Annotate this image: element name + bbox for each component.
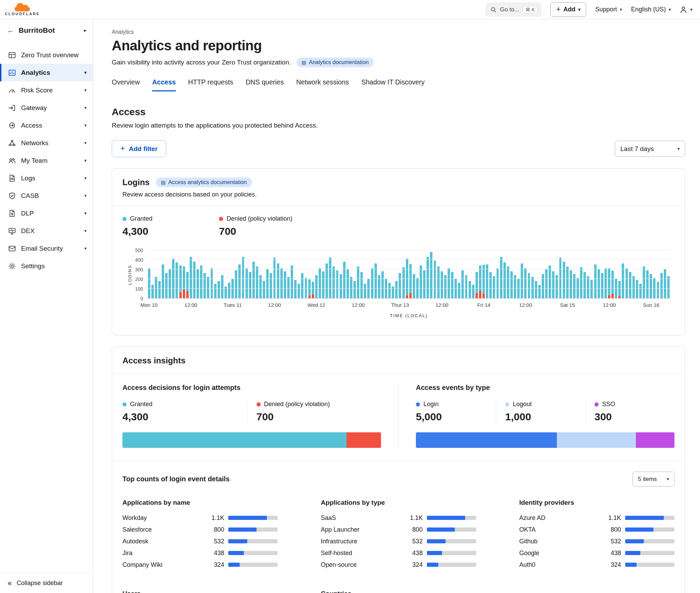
chevron-right-icon[interactable]: ▸ (84, 27, 87, 33)
sidebar-item-risk-score[interactable]: Risk Score▾ (0, 81, 93, 99)
back-arrow-icon[interactable]: ← (7, 26, 14, 35)
tab-network-sessions[interactable]: Network sessions (296, 78, 349, 91)
sidebar-item-gateway[interactable]: Gateway▾ (0, 99, 93, 117)
y-tick-label: 400 (122, 257, 143, 263)
account-switcher[interactable]: ← BurritoBot ▸ (0, 19, 93, 41)
sidebar-item-dlp[interactable]: DLP▾ (0, 204, 93, 222)
chart-bar (544, 250, 548, 298)
sidebar-item-label: Gateway (21, 104, 79, 112)
x-tick-label: 12:00 (519, 302, 532, 308)
chevron-down-icon: ▾ (690, 7, 692, 12)
legend-value: 4,300 (122, 225, 219, 237)
sidebar-item-dex[interactable]: DEX▾ (0, 222, 93, 240)
items-count-select[interactable]: 5 items ▾ (632, 472, 674, 486)
tab-dns-queries[interactable]: DNS queries (246, 78, 284, 91)
account-menu[interactable]: ▾ (680, 6, 692, 13)
chart-bar (224, 250, 227, 298)
logins-card-description: Review access decisions based on your po… (122, 191, 674, 198)
y-tick-label: 300 (122, 267, 143, 272)
legend-sso: SSO300 (585, 401, 674, 423)
legend-dot (219, 217, 223, 221)
section-description: Review login attempts to the application… (112, 122, 685, 129)
chart-bar (492, 250, 496, 298)
legend-granted: Granted4,300 (122, 215, 219, 237)
dex-icon (8, 227, 16, 235)
legend-denied-policy-violation: Denied (policy violation)700 (247, 401, 381, 423)
breadcrumb[interactable]: Analytics (112, 29, 685, 35)
top-counts-title: Top counts of login event details (122, 475, 230, 483)
sidebar-item-access[interactable]: Access▾ (0, 117, 93, 134)
chart-bar (269, 250, 273, 298)
count-bar-fill (625, 539, 644, 543)
risk-score-icon (8, 87, 16, 94)
chart-bar (283, 250, 287, 298)
row-value: 800 (601, 526, 621, 533)
x-tick-label: Sat 15 (560, 302, 575, 308)
top-count-row: Company Wiki324 (122, 559, 278, 571)
sidebar-item-zero-trust-overview[interactable]: Zero Trust overview (0, 46, 93, 64)
chart-bar (597, 250, 600, 298)
collapse-icon: « (8, 579, 12, 588)
chart-bar (168, 250, 172, 298)
tab-access[interactable]: Access (152, 78, 176, 91)
chart-bar (524, 250, 527, 298)
analytics-documentation-badge[interactable]: ▤ Analytics documentation (297, 58, 374, 67)
chart-bar (611, 250, 614, 298)
chart-bar (192, 250, 196, 298)
sidebar-item-analytics[interactable]: Analytics▾ (0, 64, 93, 81)
add-filter-button[interactable]: + Add filter (112, 140, 166, 157)
y-tick-label: 500 (122, 248, 143, 253)
sidebar-item-networks[interactable]: Networks▾ (0, 134, 93, 152)
chevron-down-icon: ▾ (84, 228, 87, 233)
chart-bar (172, 250, 175, 298)
logins-card: Logins ▤ Access analytics documentation … (112, 168, 685, 335)
chart-bar (290, 250, 293, 298)
sidebar-item-settings[interactable]: Settings (0, 257, 93, 275)
chart-bar (381, 250, 384, 298)
chart-bar (454, 250, 458, 298)
chart-bar (517, 250, 520, 298)
sidebar: ← BurritoBot ▸ Zero Trust overviewAnalyt… (0, 19, 93, 593)
tab-overview[interactable]: Overview (112, 78, 140, 91)
chart-bar (217, 250, 220, 298)
top-counts-group-identity-providers: Identity providersAzure AD1.1KOKTA800Git… (519, 499, 674, 571)
cloudflare-logo[interactable]: CLOUDFLARE (5, 3, 40, 16)
collapse-sidebar-button[interactable]: « Collapse sidebar (0, 573, 93, 593)
sidebar-item-casb[interactable]: CASB▾ (0, 187, 93, 204)
x-tick-label: Fri 14 (477, 302, 490, 308)
legend-dot (594, 402, 599, 406)
row-value: 1.1K (204, 514, 224, 522)
sidebar-item-my-team[interactable]: My Team▾ (0, 152, 93, 169)
global-search[interactable]: Go to... ⌘ K (486, 3, 541, 17)
chart-bar (294, 250, 297, 298)
document-icon: ▤ (161, 180, 166, 185)
chart-bar (391, 250, 395, 298)
count-bar-track (625, 527, 674, 532)
add-button[interactable]: + Add ▾ (550, 2, 586, 17)
tab-shadow-it-discovery[interactable]: Shadow IT Discovery (361, 78, 425, 91)
chart-bar (402, 250, 405, 298)
chart-bar (158, 250, 161, 298)
date-range-select[interactable]: Last 7 days ▾ (615, 141, 685, 157)
support-menu[interactable]: Support ▾ (595, 6, 622, 13)
row-value: 1.1K (601, 514, 621, 522)
access-analytics-documentation-badge[interactable]: ▤ Access analytics documentation (156, 178, 252, 187)
row-value: 532 (403, 538, 423, 545)
chart-bar (468, 250, 471, 298)
decisions-stacked-bar (122, 432, 381, 448)
tab-http-requests[interactable]: HTTP requests (188, 78, 233, 91)
row-label: Azure AD (519, 514, 601, 522)
sidebar-item-email-security[interactable]: Email Security▾ (0, 240, 93, 257)
sidebar-item-logs[interactable]: Logs▾ (0, 169, 93, 187)
chevron-down-icon: ▾ (84, 211, 87, 216)
row-label: Jira (122, 550, 204, 557)
count-bar-track (625, 516, 674, 520)
chart-bar (531, 250, 534, 298)
top-count-row: Open-source324 (321, 559, 476, 571)
logins-legend: Granted4,300Denied (policy violation)700 (122, 215, 674, 237)
chevron-down-icon: ▾ (84, 193, 87, 198)
language-menu[interactable]: English (US) ▾ (631, 6, 671, 13)
insights-panels: Access decisions for login attempts Gran… (112, 373, 685, 461)
legend-label: SSO (602, 401, 615, 408)
chart-bar (486, 250, 489, 298)
